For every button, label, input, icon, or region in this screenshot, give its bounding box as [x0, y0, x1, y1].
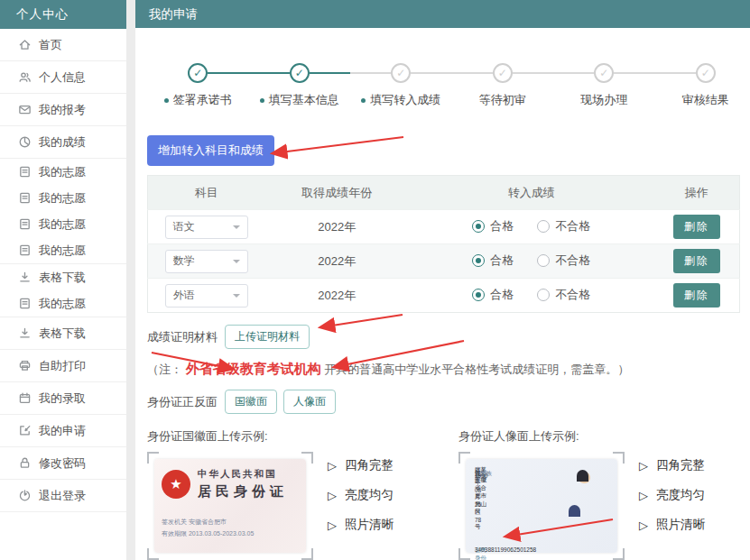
doc-icon — [18, 243, 32, 257]
sidebar-item-wishes-3[interactable]: 我的志愿 — [0, 211, 126, 237]
tip-item: ▷四角完整 — [639, 457, 705, 473]
materials-label: 成绩证明材料 — [147, 329, 218, 345]
tip-label: 四角完整 — [656, 457, 705, 473]
triangle-bullet-icon: ▷ — [328, 489, 337, 502]
tip-item: ▷亮度均匀 — [328, 487, 394, 503]
sidebar-item-profile[interactable]: 个人信息 — [0, 61, 126, 93]
triangle-bullet-icon: ▷ — [639, 489, 648, 502]
sidebar-title: 个人中心 — [0, 0, 126, 29]
step-label: 填写转入成绩 — [370, 92, 440, 108]
card-frame: 姓名张某某 性别男 民族汉 出生1990年 08月 25日 住址安徽省合肥市蜀山… — [458, 452, 625, 560]
main-panel: 我的申请 ✓ 签署承诺书 ✓ 填写基本信息 ✓ 填写转入成绩 ✓ 等待初 — [135, 0, 750, 560]
step-label: 填写基本信息 — [269, 92, 339, 108]
subject-select[interactable]: 外语 — [165, 284, 248, 308]
step-sign-commitment: ✓ 签署承诺书 — [147, 62, 249, 108]
portrait-avatar — [569, 470, 608, 517]
step-check-icon: ✓ — [493, 63, 513, 83]
edit-icon — [18, 424, 32, 437]
radio-pass[interactable] — [472, 289, 485, 301]
pie-icon — [18, 135, 32, 149]
step-onsite-processing: ✓ 现场办理 — [553, 62, 655, 108]
step-check-icon: ✓ — [188, 63, 208, 83]
sidebar-item-label: 个人信息 — [39, 69, 86, 86]
sidebar-item-label: 修改密码 — [39, 455, 86, 472]
sidebar-item-registration[interactable]: 我的报考 — [0, 94, 126, 125]
download-icon — [18, 326, 32, 340]
radio-fail[interactable] — [537, 289, 550, 301]
delete-button[interactable]: 删除 — [673, 249, 720, 273]
sidebar-item-wishes-4[interactable]: 我的志愿 — [0, 237, 126, 263]
sidebar-item-change-password[interactable]: 修改密码 — [0, 447, 126, 479]
radio-pass[interactable] — [472, 254, 485, 267]
emblem-side-example: 身份证国徽面上传示例: ★ 中华人民共和国 居民身份证 — [147, 428, 445, 560]
subject-select[interactable]: 数学 — [165, 250, 248, 273]
sidebar-item-form-download-2[interactable]: 表格下载 — [0, 317, 126, 349]
upload-emblem-side-button[interactable]: 国徽面 — [225, 390, 277, 414]
radio-pass-label: 合格 — [490, 218, 514, 234]
tip-label: 四角完整 — [345, 457, 394, 473]
triangle-bullet-icon: ▷ — [639, 459, 648, 473]
app-root: 个人中心 首页 个人信息 我的报考 我的成绩 — [0, 0, 750, 560]
year-cell: 2022年 — [264, 244, 409, 279]
sidebar-item-wishes-5[interactable]: 我的志愿 — [0, 290, 126, 317]
tip-label: 照片清晰 — [345, 517, 394, 533]
note-highlight: 外省省级教育考试机构 — [186, 361, 321, 376]
sidebar-item-label: 我的志愿 — [39, 190, 86, 207]
tip-label: 亮度均匀 — [656, 487, 705, 503]
sidebar-item-wishes-1[interactable]: 我的志愿 — [0, 159, 126, 185]
doc-icon — [18, 165, 32, 179]
chevron-down-icon — [233, 260, 240, 267]
delete-button[interactable]: 删除 — [673, 283, 720, 308]
sidebar-item-logout[interactable]: 退出登录 — [0, 480, 126, 511]
sidebar-item-label: 我的志愿 — [39, 216, 86, 233]
sidebar-item-label: 退出登录 — [39, 488, 86, 504]
triangle-bullet-icon: ▷ — [328, 459, 337, 473]
sidebar-item-label: 我的志愿 — [39, 243, 86, 259]
radio-fail-label: 不合格 — [555, 218, 590, 234]
calendar-icon — [18, 391, 32, 405]
portrait-side-example: 身份证人像面上传示例: 姓名张某某 性别男 民族汉 出生1990年 08月 25… — [458, 428, 750, 560]
sidebar-item-self-print[interactable]: 自助打印 — [0, 350, 126, 381]
radio-fail[interactable] — [537, 254, 550, 267]
logout-icon — [18, 489, 32, 502]
field-value: 3403881199062501258 — [475, 546, 486, 558]
lock-icon — [18, 456, 32, 470]
panel-gap — [126, 0, 135, 560]
sidebar-item-application[interactable]: 我的申请 — [0, 415, 126, 446]
step-label: 现场办理 — [580, 92, 627, 108]
step-label: 审核结果 — [682, 92, 729, 108]
add-subject-button[interactable]: 增加转入科目和成绩 — [147, 135, 274, 166]
triangle-bullet-icon: ▷ — [639, 519, 648, 532]
sidebar-item-home[interactable]: 首页 — [0, 29, 126, 60]
subject-value: 语文 — [173, 219, 195, 234]
subject-value: 数学 — [173, 253, 195, 269]
sidebar-item-form-download-1[interactable]: 表格下载 — [0, 264, 126, 290]
example-title: 身份证国徽面上传示例: — [147, 428, 445, 445]
radio-pass[interactable] — [472, 220, 485, 233]
card-country: 中华人民共和国 — [198, 468, 288, 481]
step-bullet — [164, 98, 169, 103]
col-header-action: 操作 — [654, 176, 740, 210]
radio-fail[interactable] — [537, 220, 550, 233]
home-icon — [18, 38, 32, 51]
step-check-icon: ✓ — [391, 63, 411, 83]
idcard-label: 身份证正反面 — [147, 394, 218, 410]
subject-select[interactable]: 语文 — [165, 216, 248, 239]
page-title: 我的申请 — [135, 0, 750, 28]
radio-fail-label: 不合格 — [555, 252, 590, 269]
step-bullet — [361, 98, 366, 103]
card-issue-authority: 签发机关 安徽省合肥市 — [162, 517, 299, 528]
triangle-bullet-icon: ▷ — [328, 519, 337, 532]
upload-portrait-side-button[interactable]: 人像面 — [283, 390, 336, 414]
upload-materials-button[interactable]: 上传证明材料 — [225, 325, 310, 349]
sidebar-item-admission[interactable]: 我的录取 — [0, 382, 126, 414]
score-table: 科目 取得成绩年份 转入成绩 操作 语文 2022年 合格 — [147, 175, 740, 313]
sidebar-item-scores[interactable]: 我的成绩 — [0, 126, 126, 158]
content-area: ✓ 签署承诺书 ✓ 填写基本信息 ✓ 填写转入成绩 ✓ 等待初审 ✓ 现场办 — [135, 62, 750, 560]
step-check-icon: ✓ — [290, 63, 310, 83]
sidebar-item-wishes-2[interactable]: 我的志愿 — [0, 185, 126, 211]
tip-label: 照片清晰 — [656, 517, 705, 533]
delete-button[interactable]: 删除 — [673, 215, 720, 239]
doc-icon — [18, 191, 32, 205]
table-row: 语文 2022年 合格 不合格 删除 — [148, 210, 740, 244]
